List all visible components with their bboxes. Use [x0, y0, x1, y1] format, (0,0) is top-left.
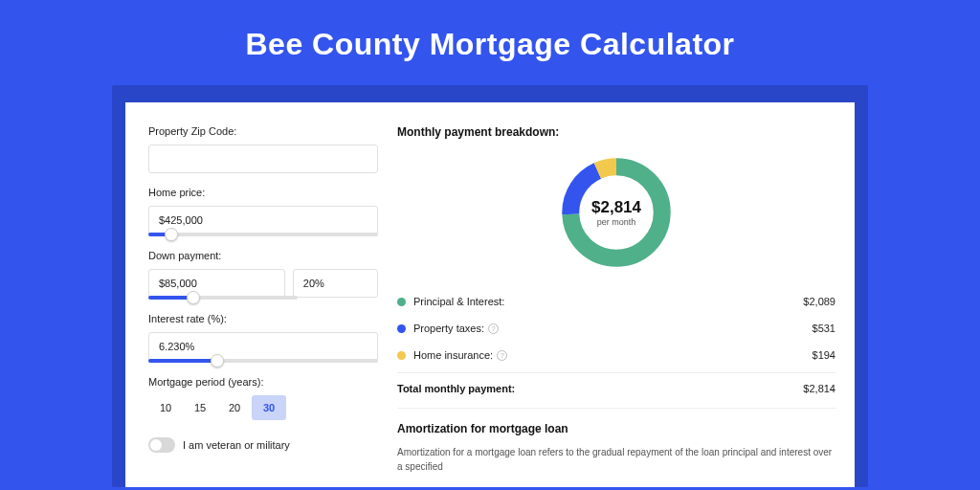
legend-ins-label: Home insurance: ? [413, 349, 813, 361]
amortization-title: Amortization for mortgage loan [397, 422, 835, 435]
donut-sub: per month [597, 217, 636, 227]
zip-field: Property Zip Code: [148, 125, 378, 173]
period-30-button[interactable]: 30 [252, 395, 286, 420]
legend-tax-value: $531 [813, 323, 835, 334]
down-payment-pct-input[interactable] [293, 269, 378, 298]
total-label: Total monthly payment: [397, 383, 515, 394]
legend-ins-value: $194 [813, 349, 835, 361]
dot-icon [397, 351, 406, 360]
info-icon[interactable]: ? [488, 323, 499, 334]
amortization-section: Amortization for mortgage loan Amortizat… [397, 408, 835, 474]
zip-input[interactable] [148, 145, 378, 173]
down-payment-label: Down payment: [148, 250, 378, 261]
period-15-button[interactable]: 15 [183, 395, 217, 420]
down-payment-input[interactable] [148, 269, 285, 298]
donut-wrap: $2,814 per month [397, 152, 835, 273]
legend-tax-row: Property taxes: ? $531 [397, 315, 835, 342]
period-label: Mortgage period (years): [148, 376, 378, 388]
home-price-field: Home price: [148, 187, 378, 236]
period-10-button[interactable]: 10 [148, 395, 183, 420]
legend-ins-row: Home insurance: ? $194 [397, 342, 835, 368]
dot-icon [397, 324, 406, 333]
interest-rate-slider[interactable] [148, 359, 378, 363]
period-field: Mortgage period (years): 10 15 20 30 [148, 376, 378, 420]
home-price-slider[interactable] [148, 233, 378, 236]
slider-thumb[interactable] [211, 354, 224, 368]
legend-pi-row: Principal & Interest: $2,089 [397, 288, 835, 315]
page-title: Bee County Mortgage Calculator [0, 0, 980, 85]
legend-tax-label: Property taxes: ? [413, 323, 813, 334]
veteran-row: I am veteran or military [148, 437, 378, 453]
veteran-toggle[interactable] [148, 437, 175, 453]
total-value: $2,814 [803, 383, 835, 394]
zip-label: Property Zip Code: [148, 125, 378, 137]
legend-pi-label: Principal & Interest: [413, 296, 803, 307]
interest-rate-label: Interest rate (%): [148, 313, 378, 324]
dot-icon [397, 298, 406, 306]
form-panel: Property Zip Code: Home price: Down paym… [148, 125, 378, 487]
breakdown-title: Monthly payment breakdown: [397, 125, 835, 139]
period-buttons: 10 15 20 30 [148, 395, 378, 420]
home-price-input[interactable] [148, 206, 378, 234]
info-icon[interactable]: ? [497, 350, 507, 361]
donut-amount: $2,814 [591, 198, 641, 217]
slider-thumb[interactable] [187, 291, 200, 304]
calculator-frame: Property Zip Code: Home price: Down paym… [112, 85, 868, 487]
donut-center: $2,814 per month [556, 152, 677, 273]
legend-pi-value: $2,089 [803, 296, 835, 307]
interest-rate-input[interactable] [148, 332, 378, 361]
calculator-card: Property Zip Code: Home price: Down paym… [125, 102, 855, 487]
slider-thumb[interactable] [165, 228, 178, 241]
period-20-button[interactable]: 20 [217, 395, 252, 420]
down-payment-slider[interactable] [148, 296, 298, 300]
breakdown-panel: Monthly payment breakdown: $2,814 per mo… [397, 125, 835, 487]
total-row: Total monthly payment: $2,814 [397, 372, 835, 408]
home-price-label: Home price: [148, 187, 378, 198]
down-payment-field: Down payment: [148, 250, 378, 300]
donut-chart: $2,814 per month [556, 152, 677, 273]
interest-rate-field: Interest rate (%): [148, 313, 378, 363]
amortization-text: Amortization for a mortgage loan refers … [397, 445, 835, 474]
veteran-label: I am veteran or military [183, 439, 290, 451]
